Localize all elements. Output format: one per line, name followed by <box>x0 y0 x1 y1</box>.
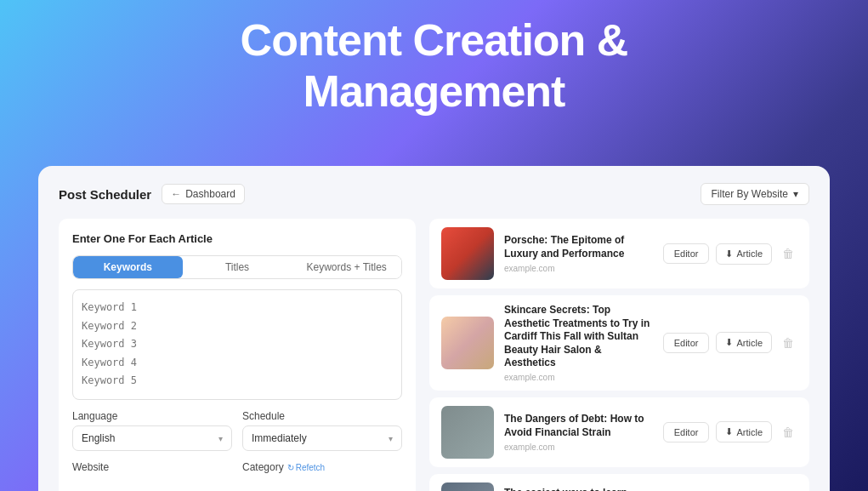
panel-title: Enter One For Each Article <box>72 232 402 245</box>
post-scheduler-title: Post Scheduler <box>59 187 151 202</box>
article-title: Skincare Secrets: Top Aesthetic Treatmen… <box>504 304 653 370</box>
tab-keywords[interactable]: Keywords <box>73 256 183 278</box>
refetch-button[interactable]: ↻ Refetch <box>287 463 325 472</box>
back-arrow-icon: ← <box>171 188 181 200</box>
download-icon: ⬇ <box>725 337 733 348</box>
category-group: Category ↻ Refetch <box>242 461 402 473</box>
article-card: The Dangers of Debt: How to Avoid Financ… <box>429 397 809 467</box>
keyword-tabs: Keywords Titles Keywords + Titles <box>72 255 402 279</box>
dashboard-btn-label: Dashboard <box>185 188 235 200</box>
language-group: Language English ▾ <box>72 410 232 451</box>
article-card: Porsche: The Epitome of Luxury and Perfo… <box>429 219 809 288</box>
main-card: Post Scheduler ← Dashboard Filter By Web… <box>38 166 830 491</box>
website-category-row: Website Category ↻ Refetch <box>72 461 402 473</box>
chevron-down-icon: ▾ <box>793 188 798 200</box>
delete-button[interactable]: 🗑 <box>779 245 797 262</box>
website-group: Website <box>72 461 232 473</box>
schedule-select[interactable]: Immediately ▾ <box>242 425 402 451</box>
tab-keywords-titles[interactable]: Keywords + Titles <box>292 256 401 278</box>
schedule-value: Immediately <box>252 432 307 444</box>
language-select[interactable]: English ▾ <box>72 425 232 451</box>
download-icon: ⬇ <box>725 426 733 437</box>
download-icon: ⬇ <box>725 248 733 260</box>
card-header-left: Post Scheduler ← Dashboard <box>59 184 245 204</box>
editor-button[interactable]: Editor <box>663 243 710 264</box>
article-domain: example.com <box>504 373 653 382</box>
tab-titles[interactable]: Titles <box>183 256 292 278</box>
article-info: The easiest ways to learn public speakin… <box>504 487 653 491</box>
website-label: Website <box>72 461 232 473</box>
article-actions: Editor ⬇ Article 🗑 <box>663 332 797 353</box>
chevron-down-icon: ▾ <box>218 434 223 443</box>
article-domain: example.com <box>504 442 653 452</box>
delete-button[interactable]: 🗑 <box>779 424 797 441</box>
article-card: Skincare Secrets: Top Aesthetic Treatmen… <box>429 295 809 391</box>
article-title: The easiest ways to learn public speakin… <box>504 487 653 491</box>
article-thumbnail <box>441 482 494 491</box>
article-download-button[interactable]: ⬇ Article <box>716 332 772 353</box>
article-card: The easiest ways to learn public speakin… <box>429 474 809 491</box>
right-panel: Porsche: The Epitome of Luxury and Perfo… <box>429 219 809 491</box>
article-info: Porsche: The Epitome of Luxury and Perfo… <box>504 234 653 272</box>
chevron-down-icon: ▾ <box>389 434 393 443</box>
article-thumbnail <box>441 406 494 459</box>
article-download-button[interactable]: ⬇ Article <box>716 243 772 265</box>
article-thumbnail <box>441 227 494 280</box>
article-title: Porsche: The Epitome of Luxury and Perfo… <box>504 234 653 260</box>
keywords-textarea[interactable] <box>72 289 402 400</box>
card-header: Post Scheduler ← Dashboard Filter By Web… <box>59 183 809 205</box>
left-panel: Enter One For Each Article Keywords Titl… <box>59 219 416 491</box>
content-area: Enter One For Each Article Keywords Titl… <box>59 219 809 491</box>
delete-button[interactable]: 🗑 <box>779 334 797 351</box>
filter-btn-label: Filter By Website <box>712 188 788 200</box>
editor-button[interactable]: Editor <box>663 422 710 442</box>
dashboard-button[interactable]: ← Dashboard <box>162 184 245 204</box>
article-info: Skincare Secrets: Top Aesthetic Treatmen… <box>504 304 653 382</box>
category-label: Category ↻ Refetch <box>242 461 402 473</box>
article-download-button[interactable]: ⬇ Article <box>716 421 772 442</box>
article-title: The Dangers of Debt: How to Avoid Financ… <box>504 413 653 439</box>
article-actions: Editor ⬇ Article 🗑 <box>663 421 797 442</box>
filter-by-website-button[interactable]: Filter By Website ▾ <box>701 183 809 205</box>
schedule-label: Schedule <box>242 410 402 422</box>
language-value: English <box>82 432 115 444</box>
hero-title: Content Creation & Management <box>0 15 868 117</box>
language-label: Language <box>72 410 232 422</box>
article-info: The Dangers of Debt: How to Avoid Financ… <box>504 413 653 451</box>
editor-button[interactable]: Editor <box>663 333 710 353</box>
hero-section: Content Creation & Management <box>0 15 868 117</box>
language-schedule-row: Language English ▾ Schedule Immediately … <box>72 410 402 451</box>
article-domain: example.com <box>504 264 653 273</box>
article-thumbnail <box>441 317 494 369</box>
schedule-group: Schedule Immediately ▾ <box>242 410 402 451</box>
article-actions: Editor ⬇ Article 🗑 <box>663 243 797 265</box>
